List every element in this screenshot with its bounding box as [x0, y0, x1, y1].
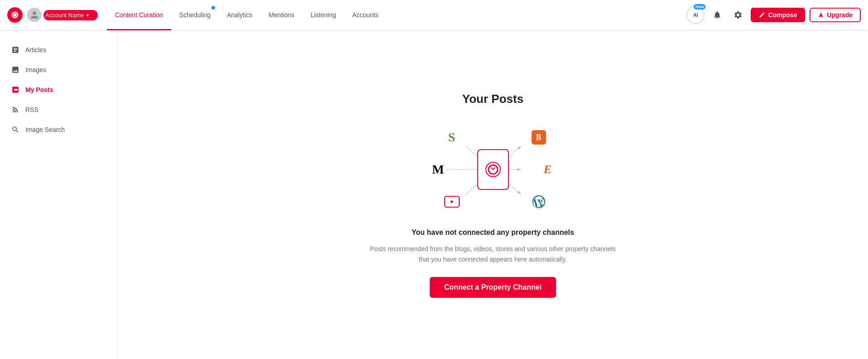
- user-avatar: [27, 8, 42, 22]
- sidebar-item-articles-label: Articles: [25, 46, 46, 53]
- nav-link-accounts[interactable]: Accounts: [344, 0, 387, 30]
- rss-icon: [11, 105, 20, 114]
- sidebar: Articles Images My Posts RSS Image Searc: [0, 31, 118, 359]
- shopify-icon-node: S: [443, 129, 460, 146]
- account-selector[interactable]: Account Name ▾: [43, 10, 98, 20]
- connect-property-channel-button[interactable]: Connect a Property Channel: [430, 277, 556, 298]
- ai-new-badge: New: [694, 4, 706, 10]
- my-posts-icon: [11, 85, 20, 94]
- topnav: Account Name ▾ Content Curation Scheduli…: [0, 0, 868, 31]
- main-content: Your Posts: [118, 31, 868, 359]
- blogger-icon-node: B: [530, 129, 547, 146]
- youtube-icon-node: [443, 193, 460, 210]
- nav-right: AI New Compose Upgrade: [686, 6, 861, 24]
- sidebar-item-rss[interactable]: RSS: [0, 100, 117, 120]
- app-logo[interactable]: [7, 7, 23, 23]
- compose-button[interactable]: Compose: [751, 8, 805, 22]
- no-channels-description: Posts recommended from the blogs, videos…: [366, 244, 620, 264]
- nav-link-content-curation[interactable]: Content Curation: [107, 0, 171, 30]
- upgrade-button[interactable]: Upgrade: [810, 8, 861, 22]
- nav-link-mentions[interactable]: Mentions: [260, 0, 302, 30]
- channels-diagram: S B M E: [430, 124, 556, 215]
- nav-link-listening[interactable]: Listening: [302, 0, 344, 30]
- sidebar-item-images-label: Images: [25, 66, 46, 73]
- center-logo-card: [477, 149, 509, 190]
- page-title: Your Posts: [366, 92, 620, 106]
- compose-label: Compose: [768, 11, 797, 19]
- sidebar-item-images[interactable]: Images: [0, 60, 117, 80]
- upgrade-label: Upgrade: [827, 11, 853, 19]
- nav-link-scheduling[interactable]: Scheduling: [171, 0, 219, 30]
- chevron-down-icon: ▾: [86, 13, 89, 18]
- posts-empty-state: Your Posts: [357, 83, 629, 307]
- ai-label: AI: [693, 12, 698, 18]
- etsy-icon-node: E: [539, 161, 556, 178]
- sidebar-item-image-search-label: Image Search: [25, 126, 65, 133]
- nav-links: Content Curation Scheduling Analytics Me…: [107, 0, 686, 30]
- medium-icon-node: M: [430, 161, 447, 178]
- articles-icon: [11, 45, 20, 54]
- nav-link-analytics[interactable]: Analytics: [219, 0, 260, 30]
- account-name-label: Account Name: [45, 12, 84, 19]
- settings-button[interactable]: [730, 7, 746, 23]
- ai-button[interactable]: AI New: [686, 6, 705, 24]
- sidebar-item-articles[interactable]: Articles: [0, 40, 117, 60]
- sidebar-item-my-posts[interactable]: My Posts: [0, 80, 117, 100]
- sidebar-item-my-posts-label: My Posts: [25, 86, 53, 93]
- notifications-button[interactable]: [709, 7, 725, 23]
- image-search-icon: [11, 125, 20, 134]
- no-channels-title: You have not connected any property chan…: [366, 228, 620, 237]
- images-icon: [11, 65, 20, 74]
- sidebar-item-image-search[interactable]: Image Search: [0, 120, 117, 140]
- sidebar-item-rss-label: RSS: [25, 106, 38, 113]
- scheduling-badge: [211, 6, 215, 10]
- wordpress-icon-node: [530, 193, 547, 210]
- main-layout: Articles Images My Posts RSS Image Searc: [0, 31, 868, 359]
